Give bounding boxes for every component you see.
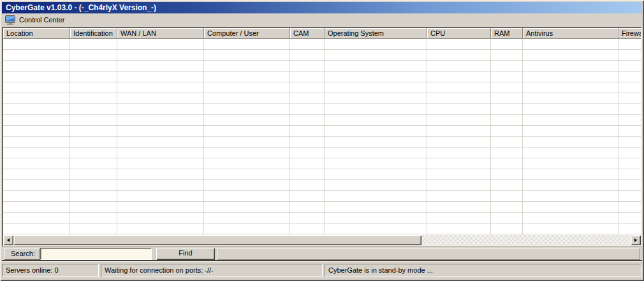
column-header-antivirus[interactable]: Antivirus [523,28,618,39]
menu-item-label: Control Center [19,15,65,25]
horizontal-scrollbar[interactable] [3,235,641,245]
app-window: CyberGate v1.03.0 - (-_Ch4rlyX Version_-… [0,0,644,281]
arrow-left-icon [5,238,10,242]
search-input[interactable] [40,248,152,260]
table-column-firewall [618,39,641,235]
column-header-cpu[interactable]: CPU [427,28,491,39]
table-column-identification [70,39,117,235]
search-bar-filler [217,248,640,260]
scroll-left-button[interactable] [3,235,13,245]
table-column-ram [491,39,523,235]
column-header-identification[interactable]: Identification [70,28,117,39]
table-column-wan-lan [117,39,204,235]
status-ports: Waiting for connection on ports: -//- [101,264,323,277]
column-header-location[interactable]: Location [3,28,70,39]
table-column-cpu [427,39,491,235]
table-header-row: LocationIdentificationWAN / LANComputer … [3,28,641,39]
column-header-cam[interactable]: CAM [290,28,325,39]
menu-bar: Control Center [2,13,642,27]
monitor-icon [5,15,15,25]
column-header-computer-user[interactable]: Computer / User [204,28,290,39]
column-header-wan-lan[interactable]: WAN / LAN [117,28,204,39]
table-column-antivirus [523,39,618,235]
column-header-firewall[interactable]: Firewall [618,28,641,39]
arrow-right-icon [634,238,639,242]
table-column-location [3,39,70,235]
search-label: Search: [4,248,40,260]
status-servers-online: Servers online: 0 [2,264,99,277]
status-bar: Servers online: 0 Waiting for connection… [2,261,642,279]
window-title: CyberGate v1.03.0 - (-_Ch4rlyX Version_-… [6,3,156,12]
find-button[interactable]: Find [156,248,215,260]
table-body[interactable] [3,39,641,235]
scrollbar-thumb[interactable] [13,235,421,245]
table-column-cam [290,39,325,235]
scroll-right-button[interactable] [631,235,641,245]
table-column-computer-user [204,39,290,235]
server-table: LocationIdentificationWAN / LANComputer … [2,27,642,247]
search-bar: Search: Find [2,247,642,261]
status-mode: CyberGate is in stand-by mode ... [325,264,641,277]
title-bar[interactable]: CyberGate v1.03.0 - (-_Ch4rlyX Version_-… [2,2,642,13]
column-header-ram[interactable]: RAM [491,28,523,39]
column-header-operating-system[interactable]: Operating System [325,28,427,39]
table-column-operating-system [325,39,427,235]
menu-item-control-center[interactable]: Control Center [5,14,68,26]
